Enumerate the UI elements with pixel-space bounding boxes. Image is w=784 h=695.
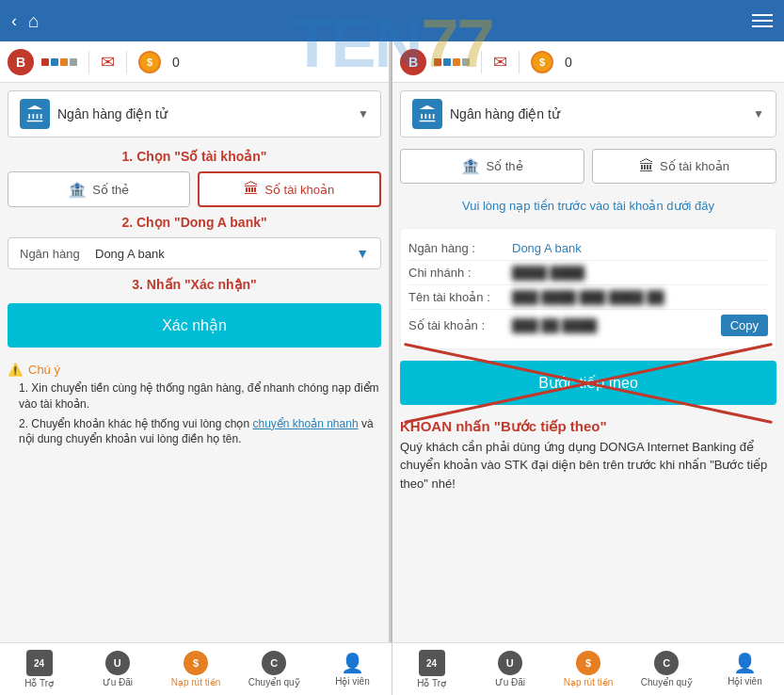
account-num-value: ███ ██ ████ <box>512 318 717 332</box>
tab-account-left[interactable]: 🏛 Số tài khoản <box>198 171 382 207</box>
nav-support-left[interactable]: 24 Hỗ Trợ <box>0 643 78 695</box>
tab-row-right: 🏦 Số thẻ 🏛 Số tài khoản <box>400 149 776 184</box>
nav-deposit-right[interactable]: $ Nạp rút tiền <box>549 643 627 695</box>
nav-deposit-left[interactable]: $ Nạp rút tiền <box>156 643 234 695</box>
select-value: Dong A bank <box>95 247 356 261</box>
watermark: TEN77 <box>0 0 784 41</box>
bank-label: Ngân hàng : <box>408 241 512 255</box>
nav-deals-right[interactable]: U Ưu Đãi <box>471 643 549 695</box>
copy-button[interactable]: Copy <box>721 315 768 336</box>
nav-transfer-left[interactable]: C Chuyển quỹ <box>235 643 313 695</box>
info-table: Ngân hàng : Dong A bank Chi nhánh : ████… <box>400 228 776 349</box>
next-btn-wrap: Bước tiếp theo <box>400 361 776 405</box>
branch-value: ████ ████ <box>512 266 768 280</box>
separator-1 <box>88 51 89 73</box>
note-item-1: 1. Xin chuyển tiền cùng hệ thống ngân hà… <box>8 380 381 412</box>
dot-blue <box>51 58 58 66</box>
separator-2 <box>126 51 127 73</box>
confirm-button[interactable]: Xác nhận <box>8 303 381 348</box>
account-name-row: Tên tài khoản : ███ ████ ███ ████ ██ <box>408 285 768 310</box>
coin-icon-left: $ <box>138 51 161 73</box>
member-label-left: Hội viên <box>335 676 370 687</box>
transfer-icon-right: C <box>654 651 679 675</box>
tab-row-left: 🏦 Số thẻ 🏛 Số tài khoản <box>8 171 381 207</box>
card-icon: 🏦 <box>68 181 87 199</box>
separator-r2 <box>519 51 520 73</box>
balance-right: 0 <box>565 55 572 70</box>
step2-instruction: 2. Chọn "Dong A bank" <box>0 211 389 234</box>
deposit-icon-right: $ <box>576 651 600 675</box>
tab-account-label-right: Số tài khoản <box>660 159 729 173</box>
panel-left: B ✉ $ 0 Ngân hàng điện tử ▼ 1. Chọn <box>0 41 391 642</box>
panel-right: B ✉ $ 0 Ngân hàng điện tử ▼ <box>392 41 784 642</box>
bank-selector-label-right: Ngân hàng điện tử <box>450 106 745 121</box>
bank-icon-right <box>412 99 442 129</box>
top-nav-left: ‹ ⌂ <box>11 10 40 32</box>
nav-member-left[interactable]: 👤 Hội viên <box>313 643 392 695</box>
next-step-button[interactable]: Bước tiếp theo <box>400 361 776 405</box>
tab-card-left[interactable]: 🏦 Số thẻ <box>8 171 190 207</box>
deposit-icon-left: $ <box>184 651 208 675</box>
support-label-right: Hỗ Trợ <box>417 678 446 688</box>
bank-selector-label-left: Ngân hàng điện tử <box>57 106 350 121</box>
support-icon-right: 24 <box>419 650 445 676</box>
mail-icon-left[interactable]: ✉ <box>101 52 115 73</box>
member-icon-left: 👤 <box>341 652 364 674</box>
home-icon[interactable]: ⌂ <box>28 10 40 32</box>
user-bar-left: B ✉ $ 0 <box>0 41 389 83</box>
bank-selector-right[interactable]: Ngân hàng điện tử ▼ <box>400 90 776 137</box>
transfer-label-left: Chuyển quỹ <box>248 677 300 687</box>
bank-select-row[interactable]: Ngân hàng Dong A bank ▼ <box>8 237 381 269</box>
deals-icon-left: U <box>105 651 130 675</box>
note-item-2: 2. Chuyển khoản khác hệ thống vui lòng c… <box>8 416 381 448</box>
dot-icons-right <box>434 58 470 66</box>
warning-text: KHOAN nhấn "Bước tiếp theo" Quý khách cầ… <box>400 416 776 493</box>
note-section-left: ⚠️ Chú ý 1. Xin chuyển tiền cùng hệ thốn… <box>8 359 381 455</box>
mail-icon-right[interactable]: ✉ <box>493 52 507 73</box>
member-icon-right: 👤 <box>733 652 757 674</box>
tab-account-right[interactable]: 🏛 Số tài khoản <box>592 149 776 184</box>
support-icon-left: 24 <box>26 650 53 676</box>
nav-member-right[interactable]: 👤 Hội viên <box>706 643 784 695</box>
avatar-right: B <box>400 49 426 75</box>
separator-r1 <box>481 51 482 73</box>
bank-value: Dong A bank <box>512 241 768 255</box>
bank-selector-left[interactable]: Ngân hàng điện tử ▼ <box>8 90 381 137</box>
nav-transfer-right[interactable]: C Chuyển quỹ <box>628 643 706 695</box>
step3-instruction: 3. Nhấn "Xác nhận" <box>0 273 389 296</box>
select-arrow-icon: ▼ <box>356 246 369 261</box>
member-label-right: Hội viên <box>728 676 762 687</box>
info-prompt: Vui lòng nạp tiền trước vào tài khoản dư… <box>400 191 776 220</box>
branch-row: Chi nhánh : ████ ████ <box>408 261 768 285</box>
avatar-left: B <box>8 49 34 75</box>
account-name-value: ███ ████ ███ ████ ██ <box>512 290 768 304</box>
warning-normal: Quý khách cần phải dùng ứng dụng DONGA I… <box>400 438 776 493</box>
tab-card-right[interactable]: 🏦 Số thẻ <box>400 149 584 184</box>
nav-support-right[interactable]: 24 Hỗ Trợ <box>392 643 471 695</box>
warning-icon: ⚠️ <box>8 363 23 377</box>
dot-orange-r <box>453 58 460 66</box>
dot-icons-left <box>41 58 77 66</box>
account-icon: 🏛 <box>244 181 259 198</box>
top-nav: ‹ ⌂ TEN77 <box>0 0 784 41</box>
back-icon[interactable]: ‹ <box>11 11 17 31</box>
step1-instruction: 1. Chọn "Số tài khoản" <box>0 145 389 168</box>
nav-deals-left[interactable]: U Ưu Đãi <box>78 643 156 695</box>
bottom-nav: 24 Hỗ Trợ U Ưu Đãi $ Nạp rút tiền C Chuy… <box>0 642 784 695</box>
tab-account-label-left: Số tài khoản <box>264 183 334 197</box>
dot-red <box>41 58 49 66</box>
account-num-label: Số tài khoản : <box>408 318 512 332</box>
note-header-left: ⚠️ Chú ý <box>8 363 381 377</box>
account-num-row: Số tài khoản : ███ ██ ████ Copy <box>408 310 768 341</box>
user-bar-right: B ✉ $ 0 <box>392 41 784 83</box>
chevron-down-left: ▼ <box>358 107 369 121</box>
tab-card-label-left: Số thẻ <box>92 183 129 197</box>
coin-icon-right: $ <box>531 51 553 73</box>
account-icon-r: 🏛 <box>639 158 654 175</box>
deposit-label-left: Nạp rút tiền <box>171 677 221 687</box>
dot-orange <box>60 58 68 66</box>
select-label: Ngân hàng <box>20 247 95 261</box>
tab-card-label-right: Số thẻ <box>486 159 522 173</box>
dot-gray <box>70 58 77 66</box>
hamburger-menu[interactable] <box>752 14 773 27</box>
